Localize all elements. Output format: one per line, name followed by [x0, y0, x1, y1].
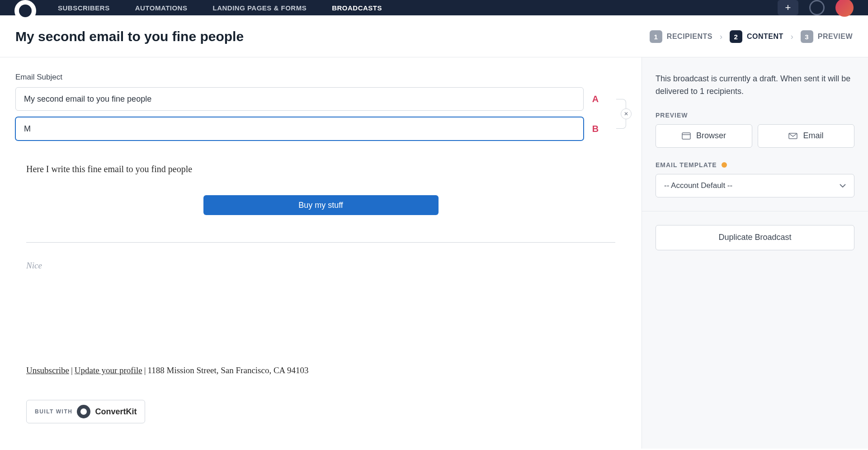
email-editor[interactable]: Here I write this fine email to you find…: [15, 164, 626, 423]
step-num-1: 1: [650, 30, 662, 43]
browser-icon: [682, 132, 691, 140]
sidebar: This broadcast is currently a draft. Whe…: [642, 57, 868, 449]
nav-subscribers[interactable]: SUBSCRIBERS: [58, 4, 110, 12]
email-icon: [788, 133, 797, 139]
subject-input-a[interactable]: [15, 87, 584, 111]
remove-ab-button[interactable]: ✕: [621, 108, 632, 119]
preview-email-button[interactable]: Email: [758, 124, 854, 148]
nav-automations[interactable]: AUTOMATIONS: [135, 4, 188, 12]
convertkit-brand: ConvertKit: [95, 407, 137, 417]
step-recipients[interactable]: 1 RECIPIENTS: [650, 30, 712, 43]
add-button[interactable]: +: [778, 0, 798, 15]
preview-browser-button[interactable]: Browser: [656, 124, 752, 148]
status-dot-icon: [722, 162, 727, 168]
step-content[interactable]: 2 CONTENT: [730, 30, 783, 43]
signature[interactable]: Nice: [26, 261, 615, 271]
top-nav: SUBSCRIBERS AUTOMATIONS LANDING PAGES & …: [0, 0, 868, 15]
cta-button[interactable]: Buy my stuff: [203, 195, 439, 215]
nav-links: SUBSCRIBERS AUTOMATIONS LANDING PAGES & …: [58, 4, 382, 12]
nav-broadcasts[interactable]: BROADCASTS: [332, 4, 382, 12]
unsubscribe-link[interactable]: Unsubscribe: [26, 366, 69, 375]
update-profile-link[interactable]: Update your profile: [75, 366, 142, 375]
main-content: Email Subject A B ✕ Here I write this fi…: [0, 57, 642, 449]
ab-letter-b: B: [591, 124, 600, 134]
step-num-2: 2: [730, 30, 742, 43]
built-with-label: BUILT WITH: [35, 408, 72, 415]
avatar[interactable]: [835, 0, 854, 17]
step-label-3: PREVIEW: [818, 33, 853, 41]
duplicate-broadcast-button[interactable]: Duplicate Broadcast: [656, 225, 854, 250]
preview-browser-label: Browser: [696, 131, 726, 141]
preview-label: PREVIEW: [656, 112, 854, 119]
chevron-right-icon: ›: [791, 32, 793, 42]
svg-rect-0: [682, 133, 690, 139]
stepper: 1 RECIPIENTS › 2 CONTENT › 3 PREVIEW: [650, 30, 853, 43]
page-title: My second email to you fine people: [15, 29, 650, 44]
email-footer: Unsubscribe|Update your profile|1188 Mis…: [26, 366, 615, 375]
step-label-2: CONTENT: [747, 33, 783, 41]
draft-note: This broadcast is currently a draft. Whe…: [656, 73, 854, 98]
built-with-badge[interactable]: BUILT WITH ConvertKit: [26, 400, 145, 423]
body-text[interactable]: Here I write this fine email to you find…: [26, 164, 615, 174]
convertkit-logo-icon: [77, 405, 90, 418]
step-num-3: 3: [801, 30, 813, 43]
sidebar-divider: [642, 211, 868, 211]
ab-letter-a: A: [591, 94, 600, 104]
template-label: EMAIL TEMPLATE: [656, 161, 854, 169]
template-select[interactable]: -- Account Default --: [656, 174, 854, 197]
subject-ab-group: A B ✕: [15, 87, 626, 141]
logo-icon[interactable]: [14, 0, 36, 22]
step-preview[interactable]: 3 PREVIEW: [801, 30, 853, 43]
divider: [26, 242, 615, 243]
subject-label: Email Subject: [15, 73, 626, 82]
nav-landing-pages[interactable]: LANDING PAGES & FORMS: [212, 4, 307, 12]
chevron-down-icon: [840, 184, 846, 188]
help-icon[interactable]: [809, 0, 825, 15]
chevron-right-icon: ›: [720, 32, 722, 42]
title-bar: My second email to you fine people 1 REC…: [0, 15, 868, 57]
subject-input-b[interactable]: [15, 117, 584, 141]
footer-address: 1188 Mission Street, San Francisco, CA 9…: [147, 366, 308, 375]
template-value: -- Account Default --: [664, 181, 732, 190]
preview-email-label: Email: [803, 131, 823, 141]
step-label-1: RECIPIENTS: [667, 33, 712, 41]
